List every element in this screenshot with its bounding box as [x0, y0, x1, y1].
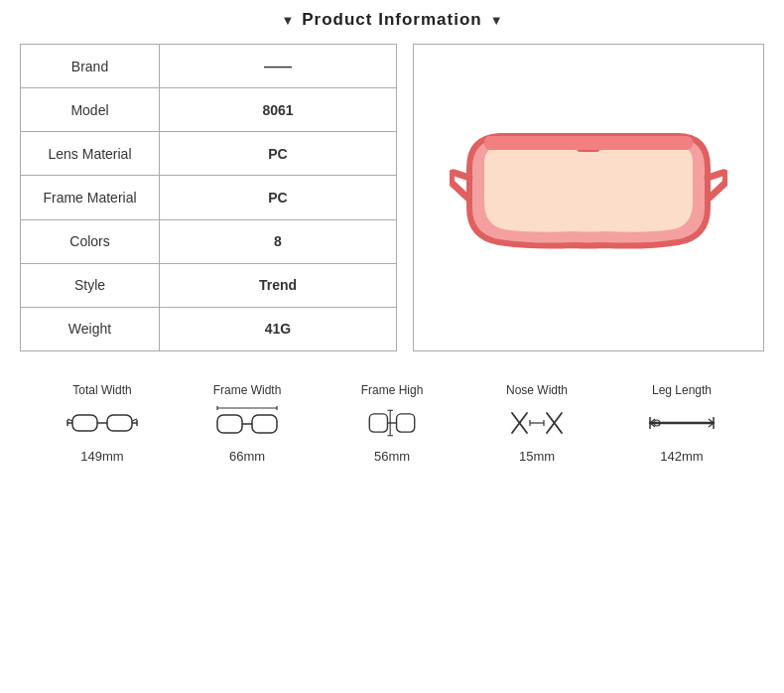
frame-width-icon — [207, 403, 287, 443]
table-value-0: —— — [160, 45, 397, 88]
svg-rect-19 — [397, 414, 415, 432]
dim-nose-width: Nose Width 15mm — [497, 383, 577, 464]
table-label-2: Lens Material — [21, 132, 160, 176]
triangle-left-icon: ▼ — [281, 13, 294, 28]
dim-frame-high: Frame High 56mm — [352, 383, 432, 464]
table-value-1: 8061 — [160, 88, 397, 132]
frame-high-icon — [352, 403, 432, 443]
nose-width-icon — [497, 403, 577, 443]
dim-value-nose-width: 15mm — [519, 449, 555, 464]
table-label-0: Brand — [21, 45, 160, 88]
dim-value-leg-length: 142mm — [660, 449, 703, 464]
table-value-5: Trend — [160, 263, 397, 307]
table-row: Lens Material PC — [21, 132, 397, 176]
svg-rect-12 — [217, 415, 242, 433]
svg-rect-18 — [369, 414, 387, 432]
table-row: Brand —— — [21, 45, 397, 88]
total-width-icon — [63, 403, 142, 443]
table-label-5: Style — [21, 263, 160, 307]
svg-rect-5 — [107, 415, 132, 431]
table-label-4: Colors — [21, 219, 160, 263]
svg-rect-4 — [72, 415, 97, 431]
sunglasses-image — [450, 98, 727, 297]
svg-rect-1 — [484, 136, 693, 150]
dim-value-total-width: 149mm — [80, 449, 123, 464]
leg-length-icon — [642, 403, 721, 443]
svg-rect-13 — [252, 415, 277, 433]
dim-leg-length: Leg Length 142mm — [642, 383, 721, 464]
table-row: Weight 41G — [21, 307, 397, 350]
dim-label-frame-width: Frame Width — [213, 383, 282, 397]
main-content: Brand —— Model 8061 Lens Material PC Fra… — [0, 44, 784, 351]
table-value-6: 41G — [160, 307, 397, 350]
dim-label-leg-length: Leg Length — [652, 383, 712, 397]
table-value-4: 8 — [160, 219, 397, 263]
table-value-2: PC — [160, 132, 397, 176]
product-info-header: ▼ Product Information ▼ — [0, 0, 784, 38]
triangle-right-icon: ▼ — [490, 13, 503, 28]
table-row: Style Trend — [21, 263, 397, 307]
header-title: Product Information — [302, 10, 481, 30]
dim-value-frame-high: 56mm — [374, 449, 410, 464]
table-value-3: PC — [160, 176, 397, 219]
dim-frame-width: Frame Width 66mm — [207, 383, 287, 464]
dim-label-nose-width: Nose Width — [506, 383, 568, 397]
info-table: Brand —— Model 8061 Lens Material PC Fra… — [20, 44, 397, 351]
table-label-6: Weight — [21, 307, 160, 350]
table-label-3: Frame Material — [21, 176, 160, 219]
product-image-box — [413, 44, 764, 351]
dimensions-section: Total Width 149mm Frame Width — [0, 365, 784, 474]
dim-label-frame-high: Frame High — [361, 383, 424, 397]
table-label-1: Model — [21, 88, 160, 132]
dim-total-width: Total Width 149mm — [63, 383, 142, 464]
table-row: Model 8061 — [21, 88, 397, 132]
dim-label-total-width: Total Width — [72, 383, 131, 397]
dim-value-frame-width: 66mm — [229, 449, 265, 464]
table-row: Colors 8 — [21, 219, 397, 263]
table-row: Frame Material PC — [21, 176, 397, 219]
